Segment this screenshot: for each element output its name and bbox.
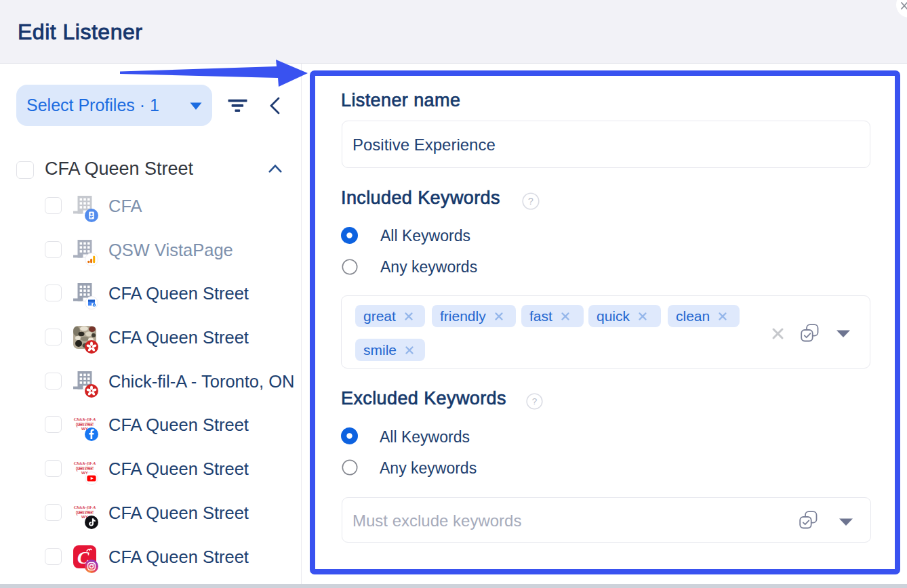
svg-text:?: ? [532,396,537,406]
svg-text:?: ? [528,196,533,207]
